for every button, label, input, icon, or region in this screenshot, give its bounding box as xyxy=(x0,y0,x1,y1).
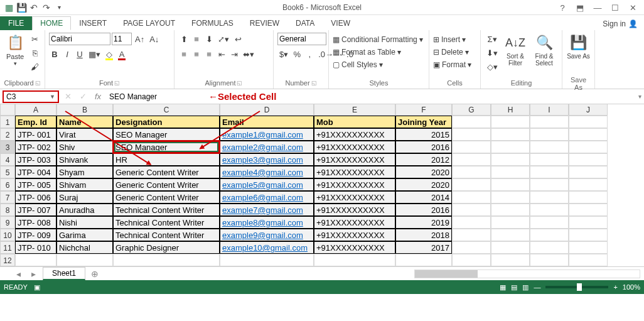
cell[interactable] xyxy=(569,254,608,266)
cell[interactable] xyxy=(452,166,491,178)
row-header[interactable]: 3 xyxy=(0,141,15,153)
cell[interactable]: 2019 xyxy=(395,216,452,229)
expand-formula-icon[interactable]: ▾ xyxy=(638,93,641,100)
minimize-icon[interactable]: — xyxy=(589,1,606,14)
qat-customize-icon[interactable]: ▾ xyxy=(54,3,64,13)
cell[interactable] xyxy=(452,254,491,266)
cell[interactable] xyxy=(530,241,569,254)
cell[interactable] xyxy=(491,191,530,204)
view-normal-icon[interactable]: ▦ xyxy=(500,283,506,291)
row-header[interactable]: 8 xyxy=(0,204,15,216)
dialog-launcher-icon[interactable]: ◱ xyxy=(311,80,317,86)
row-header[interactable]: 11 xyxy=(0,241,15,254)
tab-review[interactable]: REVIEW xyxy=(242,16,287,30)
cell[interactable] xyxy=(569,166,608,178)
row-header[interactable]: 7 xyxy=(0,191,15,204)
align-bottom-icon[interactable]: ⬇ xyxy=(203,33,215,45)
cell[interactable] xyxy=(530,204,569,216)
row-header[interactable]: 6 xyxy=(0,178,15,191)
save-icon[interactable]: 💾 xyxy=(16,3,26,13)
cell[interactable] xyxy=(491,141,530,153)
cell[interactable] xyxy=(395,254,452,266)
cell[interactable]: example6@gmail.com xyxy=(220,191,314,204)
cell[interactable]: example9@gmail.com xyxy=(220,229,314,241)
cell[interactable]: Shivam xyxy=(56,178,113,191)
cell[interactable] xyxy=(530,141,569,153)
delete-cells-button[interactable]: ⊟Delete▾ xyxy=(433,46,469,58)
cell[interactable]: example10@gmail.com xyxy=(220,241,314,254)
cell-header[interactable] xyxy=(452,116,491,128)
zoom-slider[interactable] xyxy=(545,286,608,288)
cell-header[interactable] xyxy=(569,116,608,128)
col-header[interactable]: H xyxy=(491,104,530,116)
cell[interactable] xyxy=(530,254,569,266)
cell[interactable]: example7@gmail.com xyxy=(220,204,314,216)
cell[interactable]: +91XXXXXXXXXX xyxy=(314,229,395,241)
cell[interactable]: example8@gmail.com xyxy=(220,216,314,229)
format-cells-button[interactable]: ▣Format▾ xyxy=(433,59,471,70)
cell[interactable] xyxy=(491,166,530,178)
row-header[interactable]: 5 xyxy=(0,166,15,178)
formula-bar-input[interactable] xyxy=(107,90,206,103)
ribbon-display-icon[interactable]: ⬒ xyxy=(571,1,589,14)
cell[interactable] xyxy=(452,153,491,166)
cell[interactable]: example1@gmail.com xyxy=(220,128,314,141)
cell[interactable]: 2012 xyxy=(395,153,452,166)
enter-formula-icon[interactable]: ✓ xyxy=(77,90,89,103)
cell[interactable] xyxy=(491,241,530,254)
cell[interactable]: JTP- 009 xyxy=(15,229,56,241)
align-right-icon[interactable]: ≡ xyxy=(203,48,215,60)
sheet-nav-prev-icon[interactable]: ◂ xyxy=(13,269,24,279)
cell[interactable] xyxy=(569,141,608,153)
select-all-corner[interactable] xyxy=(0,104,15,116)
decrease-indent-icon[interactable]: ⇤ xyxy=(216,48,227,60)
cell-header[interactable] xyxy=(530,116,569,128)
cell[interactable] xyxy=(569,204,608,216)
cell[interactable]: Shyam xyxy=(56,166,113,178)
col-header[interactable]: C xyxy=(113,104,220,116)
row-header[interactable]: 4 xyxy=(0,153,15,166)
undo-icon[interactable]: ↶ xyxy=(29,3,39,13)
paste-button[interactable]: 📋 Paste ▾ xyxy=(4,33,26,75)
add-sheet-icon[interactable]: ⊕ xyxy=(89,269,100,279)
tab-page-layout[interactable]: PAGE LAYOUT xyxy=(115,16,183,30)
cell[interactable]: JTP- 006 xyxy=(15,191,56,204)
cell[interactable] xyxy=(569,229,608,241)
col-header[interactable]: E xyxy=(314,104,395,116)
cell-header[interactable]: Joining Year xyxy=(395,116,452,128)
cell[interactable] xyxy=(530,128,569,141)
view-break-icon[interactable]: ▥ xyxy=(522,283,529,291)
cell[interactable]: JTP- 005 xyxy=(15,178,56,191)
col-header[interactable]: B xyxy=(56,104,113,116)
decrease-font-icon[interactable]: A↓ xyxy=(148,33,161,45)
cell[interactable]: JTP- 007 xyxy=(15,204,56,216)
wrap-text-icon[interactable]: ↩ xyxy=(232,33,244,45)
cell[interactable]: SEO Manager xyxy=(113,128,220,141)
number-format-input[interactable] xyxy=(277,33,326,45)
align-middle-icon[interactable]: ≡ xyxy=(191,33,202,45)
tab-data[interactable]: DATA xyxy=(287,16,323,30)
cancel-formula-icon[interactable]: ✕ xyxy=(62,90,74,103)
cell[interactable]: 2020 xyxy=(395,166,452,178)
col-header[interactable]: I xyxy=(530,104,569,116)
cell[interactable]: example2@gmail.com xyxy=(220,141,314,153)
bold-button[interactable]: B xyxy=(49,48,60,60)
horizontal-scrollbar[interactable] xyxy=(414,269,640,278)
cell[interactable]: Nishi xyxy=(56,216,113,229)
cell[interactable]: JTP- 003 xyxy=(15,153,56,166)
cell[interactable] xyxy=(452,191,491,204)
autosum-icon[interactable]: Σ▾ xyxy=(485,33,500,45)
row-header[interactable]: 12 xyxy=(0,254,15,266)
col-header[interactable]: D xyxy=(220,104,314,116)
cell[interactable]: Shiv xyxy=(56,141,113,153)
italic-button[interactable]: I xyxy=(62,48,73,60)
sign-in-link[interactable]: Sign in 👤 xyxy=(596,18,644,30)
cell[interactable] xyxy=(569,216,608,229)
increase-indent-icon[interactable]: ⇥ xyxy=(228,48,240,60)
close-icon[interactable]: ✕ xyxy=(624,1,641,14)
cell[interactable]: Technical Content Writer xyxy=(113,204,220,216)
comma-icon[interactable]: , xyxy=(304,48,315,60)
cell[interactable]: Technical Content Writer xyxy=(113,216,220,229)
cell[interactable] xyxy=(530,166,569,178)
align-center-icon[interactable]: ≡ xyxy=(191,48,202,60)
